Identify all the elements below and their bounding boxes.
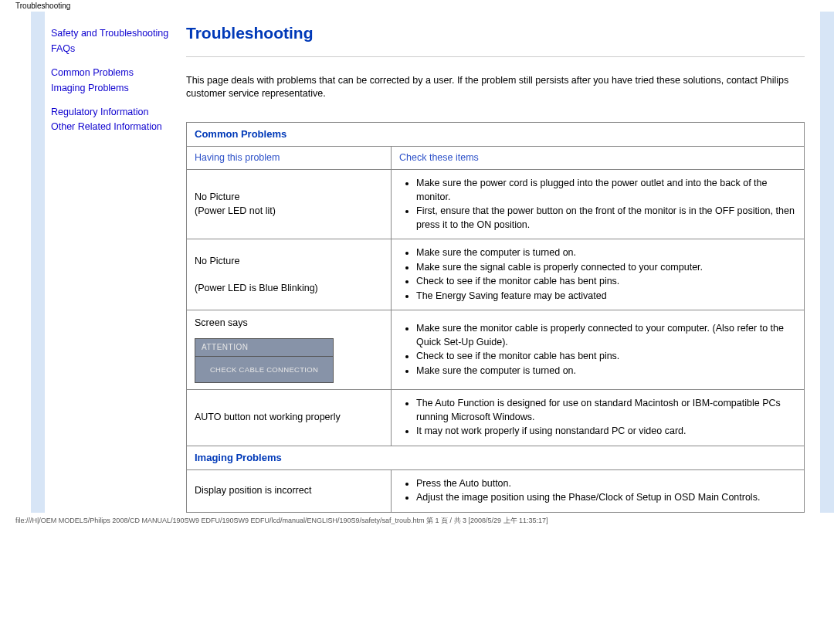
footer-path: file:///H|/OEM MODELS/Philips 2008/CD MA… [0,513,834,530]
page-title: Troubleshooting [186,24,805,42]
column-header-row: Having this problem Check these items [187,146,805,170]
problem-line: No Picture [195,256,239,266]
col-header-checks: Check these items [392,146,805,170]
check-item: Make sure the computer is turned on. [416,246,796,260]
table-row: AUTO button not working properly The Aut… [187,390,805,446]
problem-line: (Power LED is Blue Blinking) [195,283,318,293]
sidebar-link-safety[interactable]: Safety and Troubleshooting [51,27,174,40]
attention-title: ATTENTION [195,339,333,357]
sidebar-link-faqs[interactable]: FAQs [51,42,174,56]
checks-cell: The Auto Function is designed for use on… [392,390,805,446]
right-decorative-bar [820,12,834,513]
check-item: Check to see if the monitor cable has be… [416,350,796,364]
left-decorative-bar [31,12,45,513]
check-item: Make sure the power cord is plugged into… [416,177,796,204]
sidebar-link-other-related[interactable]: Other Related Information [51,120,174,134]
title-divider [186,56,805,57]
check-item: First, ensure that the power button on t… [416,205,796,232]
check-item: Press the Auto button. [416,477,796,491]
check-item: The Auto Function is designed for use on… [416,397,796,424]
sidebar-link-common-problems[interactable]: Common Problems [51,66,174,80]
check-item: The Energy Saving feature may be activat… [416,290,796,303]
check-item: Adjust the image position using the Phas… [416,491,796,505]
problem-cell: Display position is incorrect [187,469,392,512]
attention-box: ATTENTION CHECK CABLE CONNECTION [195,338,334,383]
problem-line: (Power LED not lit) [195,205,276,216]
window-title: Troubleshooting [0,0,834,12]
intro-text: This page deals with problems that can b… [186,74,805,100]
sidebar-link-imaging-problems[interactable]: Imaging Problems [51,82,174,95]
sidebar-link-regulatory[interactable]: Regulatory Information [51,106,174,119]
sidebar: Safety and Troubleshooting FAQs Common P… [49,12,177,513]
checks-cell: Press the Auto button. Adjust the image … [392,469,805,512]
troubleshooting-table: Common Problems Having this problem Chec… [186,122,805,513]
common-problems-header: Common Problems [187,122,805,146]
check-item: Make sure the monitor cable is properly … [416,322,796,349]
page-wrap: Safety and Troubleshooting FAQs Common P… [0,12,834,513]
main-content: Troubleshooting This page deals with pro… [177,12,820,513]
section-header-row: Imaging Problems [187,446,805,469]
problem-cell: No Picture (Power LED is Blue Blinking) [187,239,392,310]
problem-cell: Screen says ATTENTION CHECK CABLE CONNEC… [187,310,392,390]
section-header-row: Common Problems [187,122,805,146]
checks-cell: Make sure the power cord is plugged into… [392,170,805,239]
imaging-problems-header: Imaging Problems [187,446,805,469]
problem-line: AUTO button not working properly [195,412,341,422]
table-row: Screen says ATTENTION CHECK CABLE CONNEC… [187,310,805,390]
attention-body: CHECK CABLE CONNECTION [195,357,333,382]
check-item: Make sure the computer is turned on. [416,364,796,378]
checks-cell: Make sure the computer is turned on. Mak… [392,239,805,310]
table-row: Display position is incorrect Press the … [187,469,805,512]
problem-line: No Picture [195,192,239,202]
problem-line: Display position is incorrect [195,485,311,496]
check-item: Check to see if the monitor cable has be… [416,275,796,289]
problem-line: Screen says [195,317,248,328]
problem-cell: No Picture (Power LED not lit) [187,170,392,239]
table-row: No Picture (Power LED not lit) Make sure… [187,170,805,239]
check-item: Make sure the signal cable is properly c… [416,261,796,275]
table-row: No Picture (Power LED is Blue Blinking) … [187,239,805,310]
col-header-problem: Having this problem [187,146,392,170]
problem-cell: AUTO button not working properly [187,390,392,446]
check-item: It may not work properly if using nonsta… [416,425,796,439]
checks-cell: Make sure the monitor cable is properly … [392,310,805,390]
